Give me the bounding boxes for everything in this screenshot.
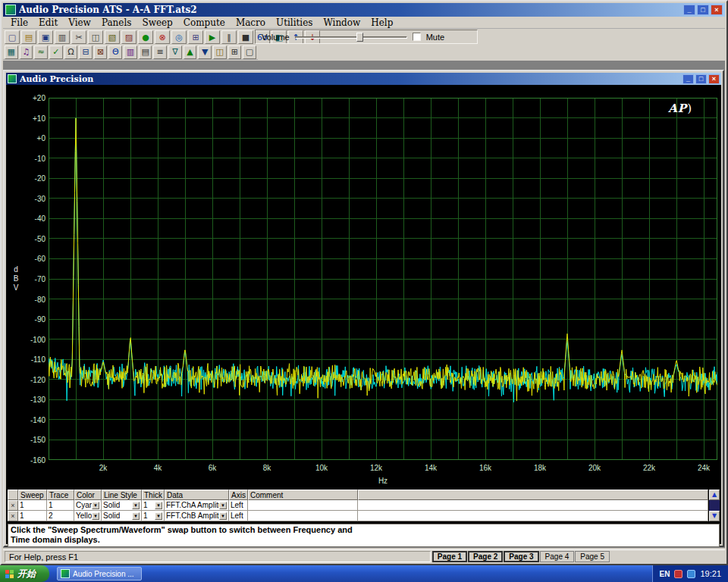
new-test-icon[interactable]: ▢: [5, 30, 20, 44]
data-cell-dropdown[interactable]: ▼: [219, 502, 227, 509]
bargraph-panel-icon[interactable]: ▥: [124, 45, 137, 59]
volume-slider[interactable]: [295, 32, 407, 42]
line-style-cell[interactable]: Solid▼: [102, 500, 142, 511]
input-language-indicator[interactable]: EN: [660, 570, 670, 578]
regulation-panel-icon[interactable]: Ω: [64, 45, 78, 59]
scroll-up-button[interactable]: ▲: [709, 490, 720, 500]
menu-item-view[interactable]: View: [64, 17, 96, 28]
thick-cell[interactable]: 1▼: [142, 500, 165, 511]
maximize-button[interactable]: □: [695, 74, 707, 84]
paste-icon[interactable]: ▧: [105, 30, 120, 44]
halt-sweep-icon[interactable]: ■: [238, 30, 253, 44]
data-cell-dropdown[interactable]: ▼: [219, 512, 227, 520]
menu-item-edit[interactable]: Edit: [34, 17, 62, 28]
menu-item-window[interactable]: Window: [318, 17, 365, 28]
tray-display-icon[interactable]: [687, 570, 695, 578]
taskbar-app-button[interactable]: Audio Precision ...: [57, 567, 142, 580]
page-tab-page-5[interactable]: Page 5: [575, 551, 610, 562]
generator-panel-icon[interactable]: ♫: [20, 45, 33, 59]
volume-slider-thumb[interactable]: [356, 33, 363, 42]
minimize-button[interactable]: _: [683, 5, 695, 15]
thick-cell-dropdown[interactable]: ▼: [155, 502, 162, 509]
color-cell-value: Yellow: [76, 512, 92, 520]
play-sweep-icon[interactable]: ▶: [205, 30, 220, 44]
column-header-color[interactable]: Color: [74, 490, 102, 500]
macro-panel-icon[interactable]: ≡: [153, 45, 167, 59]
column-header-sweep[interactable]: Sweep: [18, 490, 47, 500]
color-cell[interactable]: Cyan▼: [74, 500, 102, 511]
scope-up-icon[interactable]: ▲: [184, 45, 197, 59]
graph-window-title-bar[interactable]: Audio Precision _□×: [6, 73, 721, 85]
sync-panel-icon[interactable]: ⊠: [94, 45, 108, 59]
scroll-down-button[interactable]: ▼: [709, 511, 720, 521]
column-header-select[interactable]: [8, 490, 18, 500]
analyzer-panel-icon[interactable]: ▦: [5, 45, 18, 59]
copy-icon[interactable]: ◫: [88, 30, 103, 44]
cut-icon[interactable]: ✂: [71, 30, 86, 44]
graph-panel-icon[interactable]: ◫: [213, 45, 227, 59]
page-tab-page-2[interactable]: Page 2: [468, 551, 503, 562]
toolbar-row-2: ▦♫≈✓Ω⊟⊠Θ▥▤≡∇▲▼◫⊞▢: [3, 45, 258, 60]
thick-cell[interactable]: 1▼: [142, 511, 165, 521]
column-header-trace[interactable]: Trace: [47, 490, 74, 500]
column-header-comment[interactable]: Comment: [248, 490, 358, 500]
main-window-controls: _□×: [683, 5, 723, 15]
line-style-cell-dropdown[interactable]: ▼: [132, 502, 140, 509]
filter-panel-icon[interactable]: ∇: [168, 45, 182, 59]
data-cell[interactable]: FFT.ChB Amplitude▼: [165, 511, 229, 521]
settling-panel-icon[interactable]: ✓: [49, 45, 63, 59]
menu-item-compute[interactable]: Compute: [179, 17, 230, 28]
row-select-button[interactable]: ×: [8, 511, 18, 521]
color-cell-dropdown[interactable]: ▼: [92, 502, 99, 509]
mdi-client-area: Audio Precision _□× d B V +20+10+0-10-20…: [3, 61, 725, 548]
menu-item-utilities[interactable]: Utilities: [271, 17, 317, 28]
close-button[interactable]: ×: [711, 5, 723, 15]
mute-checkbox[interactable]: [413, 33, 421, 41]
page-tab-page-3[interactable]: Page 3: [504, 551, 538, 562]
x-tick-label: 24k: [692, 464, 716, 472]
axis-cell: Left: [229, 511, 248, 521]
maximize-button[interactable]: □: [697, 5, 709, 15]
start-button[interactable]: 开始: [0, 565, 49, 582]
menu-item-help[interactable]: Help: [366, 17, 397, 28]
main-title-bar[interactable]: Audio Precision ATS - A-A FFT.ats2 _□×: [3, 3, 725, 17]
page-tab-page-4[interactable]: Page 4: [540, 551, 575, 562]
menu-item-macro[interactable]: Macro: [231, 17, 270, 28]
line-style-cell[interactable]: Solid▼: [102, 511, 142, 521]
tray-audio-icon[interactable]: [674, 570, 682, 578]
clock-panel-icon[interactable]: Θ: [108, 45, 122, 59]
column-header-data[interactable]: Data: [165, 490, 229, 500]
open-test-icon[interactable]: ▤: [21, 30, 36, 44]
spectrum-plot[interactable]: [49, 98, 717, 460]
stop-button-icon[interactable]: ⊗: [155, 30, 170, 44]
row-select-button[interactable]: ×: [8, 500, 18, 511]
pages-icon[interactable]: ⊞: [188, 30, 203, 44]
menu-item-file[interactable]: File: [6, 17, 33, 28]
go-button-icon[interactable]: ●: [138, 30, 153, 44]
column-header-thick[interactable]: Thick: [142, 490, 165, 500]
data-editor-panel-icon[interactable]: ▤: [139, 45, 152, 59]
print-icon[interactable]: ▥: [55, 30, 70, 44]
menu-item-sweep[interactable]: Sweep: [137, 17, 177, 28]
table-scrollbar[interactable]: ▲ ▼: [709, 490, 720, 521]
color-cell[interactable]: Yellow▼: [74, 511, 102, 521]
close-button[interactable]: ×: [708, 74, 720, 84]
page-tab-page-1[interactable]: Page 1: [432, 551, 467, 562]
line-style-cell-dropdown[interactable]: ▼: [132, 512, 140, 520]
save-test-icon[interactable]: ▣: [38, 30, 53, 44]
scope-down-icon[interactable]: ▼: [198, 45, 212, 59]
sweep-panel-icon[interactable]: ≈: [34, 45, 48, 59]
digital-io-panel-icon[interactable]: ⊟: [79, 45, 93, 59]
pause-sweep-icon[interactable]: ‖: [221, 30, 237, 44]
minimize-button[interactable]: _: [682, 74, 694, 84]
grid-panel-icon[interactable]: ⊞: [228, 45, 242, 59]
color-cell-dropdown[interactable]: ▼: [92, 512, 99, 520]
regulate-icon[interactable]: ◎: [171, 30, 187, 44]
menu-item-panels[interactable]: Panels: [97, 17, 136, 28]
page-setup-icon[interactable]: ▢: [243, 45, 256, 59]
thick-cell-dropdown[interactable]: ▼: [155, 512, 162, 520]
column-header-axis[interactable]: Axis: [229, 490, 248, 500]
column-header-line-style[interactable]: Line Style: [102, 490, 142, 500]
data-cell[interactable]: FFT.ChA Amplitude▼: [165, 500, 229, 511]
log-icon[interactable]: ▨: [121, 30, 136, 44]
